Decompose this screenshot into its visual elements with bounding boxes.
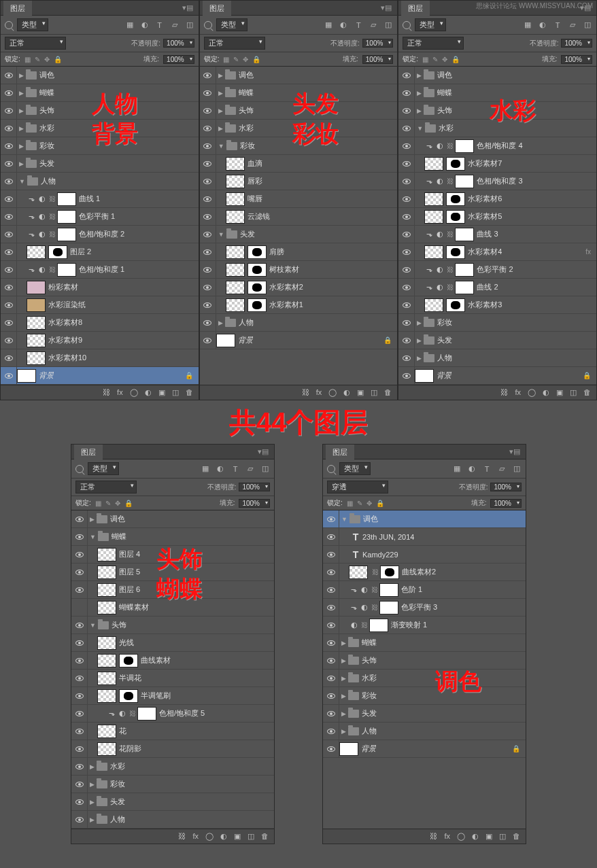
layer-row[interactable]: ▶人物 <box>398 349 596 367</box>
blend-mode-dropdown[interactable]: 正常 <box>204 37 265 50</box>
visibility-toggle[interactable] <box>71 652 88 669</box>
layer-name[interactable]: 水彩 <box>110 761 125 771</box>
mask-thumbnail[interactable] <box>369 619 388 632</box>
expand-arrow-icon[interactable]: ▼ <box>17 178 27 185</box>
layer-thumbnail[interactable] <box>424 245 443 259</box>
blend-mode-dropdown[interactable]: 正常 <box>403 37 464 50</box>
opacity-input[interactable]: 100% <box>163 39 194 48</box>
layer-name[interactable]: 人物 <box>41 176 56 186</box>
layer-name[interactable]: 图层 2 <box>70 247 91 257</box>
layer-name[interactable]: 水彩 <box>39 123 54 133</box>
layer-name[interactable]: 头饰 <box>239 105 254 116</box>
expand-arrow-icon[interactable]: ▼ <box>88 534 98 540</box>
mask-thumbnail[interactable] <box>119 654 138 667</box>
layer-name[interactable]: 背景 <box>39 370 54 381</box>
expand-arrow-icon[interactable]: ▼ <box>339 516 349 523</box>
expand-arrow-icon[interactable]: ▶ <box>88 781 97 788</box>
layer-name[interactable]: 蝴蝶 <box>362 638 377 648</box>
layer-row[interactable]: 水彩素材7 <box>398 155 596 173</box>
layer-row[interactable]: ▶头发 <box>398 332 596 349</box>
layer-row[interactable]: 水彩素材4fx <box>398 243 596 261</box>
visibility-toggle[interactable] <box>200 243 216 260</box>
filter-type-dropdown[interactable]: 类型 <box>88 462 119 475</box>
link-layers-icon[interactable]: ⛓ <box>103 388 110 397</box>
filter-smart-icon[interactable]: ◫ <box>185 20 194 30</box>
layer-row[interactable]: ⬎◐⛓色阶 1 <box>323 581 526 599</box>
layer-row[interactable]: ⬎◐⛓色彩平衡 1 <box>1 208 199 226</box>
layer-name[interactable]: 头发 <box>39 158 54 169</box>
search-icon[interactable] <box>403 21 411 29</box>
mask-thumbnail[interactable] <box>379 583 398 597</box>
mask-thumbnail[interactable] <box>446 192 465 206</box>
layer-name[interactable]: 水彩素材5 <box>468 211 502 222</box>
visibility-toggle[interactable] <box>71 723 88 740</box>
mask-thumbnail[interactable] <box>57 210 76 224</box>
visibility-toggle[interactable] <box>323 705 339 722</box>
layer-row[interactable]: 血滴 <box>200 155 398 173</box>
fx-icon[interactable]: fx <box>117 388 123 397</box>
filter-shape-icon[interactable]: ▱ <box>170 20 180 30</box>
lock-paint-icon[interactable]: ✎ <box>432 56 438 63</box>
layer-name[interactable]: 云滤镜 <box>248 211 270 222</box>
layer-thumbnail[interactable] <box>97 689 116 703</box>
filter-text-icon[interactable]: T <box>553 20 562 30</box>
layer-row[interactable]: ▼彩妆 <box>200 137 398 155</box>
visibility-toggle[interactable] <box>1 102 17 119</box>
layer-name[interactable]: 调色 <box>239 70 254 80</box>
layer-row[interactable]: ▼人物 <box>1 173 199 190</box>
layer-row[interactable]: 水彩渲染纸 <box>1 296 199 314</box>
mask-thumbnail[interactable] <box>446 298 465 312</box>
layer-row[interactable]: ▶水彩 <box>71 758 274 776</box>
visibility-toggle[interactable] <box>323 723 339 740</box>
lock-paint-icon[interactable]: ✎ <box>35 56 40 63</box>
lock-all-icon[interactable]: 🔒 <box>54 56 62 63</box>
layers-tab[interactable]: 图层 <box>74 445 103 459</box>
expand-arrow-icon[interactable]: ▶ <box>88 816 97 823</box>
layer-row[interactable]: ⬎◐⛓色相/饱和度 2 <box>1 226 199 243</box>
layers-tab[interactable]: 图层 <box>3 1 32 16</box>
layer-row[interactable]: ▶水彩 <box>200 120 398 137</box>
search-icon[interactable] <box>5 21 13 29</box>
visibility-toggle[interactable] <box>398 190 415 207</box>
visibility-toggle[interactable] <box>1 120 17 137</box>
layer-name[interactable]: 人物 <box>110 814 125 824</box>
expand-arrow-icon[interactable]: ▶ <box>415 90 424 97</box>
visibility-toggle[interactable] <box>1 173 17 190</box>
visibility-toggle[interactable] <box>323 528 339 545</box>
visibility-toggle[interactable] <box>398 226 415 243</box>
adjustment-icon[interactable]: ◐ <box>145 388 152 397</box>
visibility-toggle[interactable] <box>323 510 339 527</box>
delete-icon[interactable]: 🗑 <box>513 832 520 841</box>
mask-thumbnail[interactable] <box>446 157 465 171</box>
layer-row[interactable]: ⬎◐⛓色彩平衡 3 <box>323 599 526 617</box>
layer-row[interactable]: 粉彩素材 <box>1 279 199 296</box>
layer-row[interactable]: ▶头发 <box>323 705 526 723</box>
layer-row[interactable]: 半调笔刷 <box>71 687 274 705</box>
filter-pixel-icon[interactable]: ▦ <box>452 464 462 474</box>
layer-thumbnail[interactable] <box>27 351 46 365</box>
visibility-toggle[interactable] <box>1 67 17 84</box>
filter-pixel-icon[interactable]: ▦ <box>523 20 532 30</box>
layer-row[interactable]: ▼头发 <box>200 226 398 243</box>
lock-transparency-icon[interactable]: ▦ <box>422 56 428 63</box>
layer-row[interactable]: ▼调色 <box>323 510 526 528</box>
search-icon[interactable] <box>204 21 212 29</box>
expand-arrow-icon[interactable]: ▶ <box>17 107 26 114</box>
expand-arrow-icon[interactable]: ▶ <box>415 319 424 326</box>
expand-arrow-icon[interactable]: ▶ <box>17 72 26 79</box>
expand-arrow-icon[interactable]: ▶ <box>216 107 225 114</box>
visibility-toggle[interactable] <box>398 296 415 313</box>
layer-row[interactable]: 蝴蝶素材 <box>71 599 274 617</box>
adjustment-icon[interactable]: ◐ <box>343 388 350 397</box>
mask-icon[interactable]: ◯ <box>457 832 465 841</box>
blend-mode-dropdown[interactable]: 正常 <box>75 481 137 493</box>
layer-row[interactable]: 背景🔒 <box>200 332 398 349</box>
filter-text-icon[interactable]: T <box>354 20 363 30</box>
layer-name[interactable]: 背景 <box>238 335 253 345</box>
layer-name[interactable]: 人物 <box>239 317 254 328</box>
filter-shape-icon[interactable]: ▱ <box>568 20 577 30</box>
lock-all-icon[interactable]: 🔒 <box>252 56 260 63</box>
layer-name[interactable]: 水彩素材10 <box>48 353 86 363</box>
opacity-input[interactable]: 100% <box>362 39 394 48</box>
layer-row[interactable]: ▶头发 <box>1 155 199 173</box>
